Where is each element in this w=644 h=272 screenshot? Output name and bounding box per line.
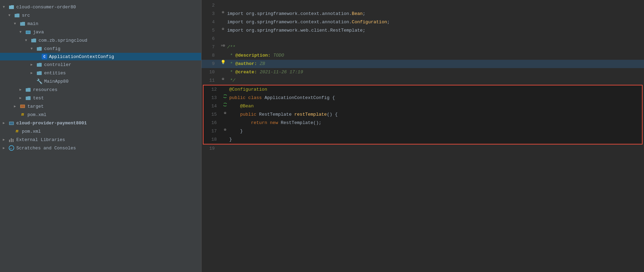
- line-content: import org.springframework.context.annot…: [227, 18, 644, 26]
- line-number: 11: [201, 76, 219, 85]
- tree-label: pom.xml: [22, 129, 41, 134]
- gutter-icon: ≡⊕: [219, 43, 227, 48]
- external-icon: [8, 137, 15, 143]
- folder-icon: [25, 86, 31, 93]
- code-line: 11⊕ */: [201, 76, 644, 85]
- sidebar-item-cloud-provider-payment8001[interactable]: ▶cloud-provider-payment8001: [0, 119, 201, 127]
- line-number: 17: [204, 127, 221, 135]
- tree-label: Scratches and Consoles: [16, 146, 76, 151]
- code-line: 4import org.springframework.context.anno…: [201, 18, 644, 26]
- folder-icon: [25, 95, 31, 101]
- sidebar-item-pom2[interactable]: mpom.xml: [0, 127, 201, 135]
- code-line: 19: [201, 145, 644, 153]
- tree-arrow: ▼: [8, 14, 14, 17]
- sidebar-item-main[interactable]: ▼main: [0, 19, 201, 28]
- line-number: 5: [201, 26, 219, 35]
- folder-icon: [36, 46, 42, 52]
- line-content: @Configuration: [229, 85, 642, 94]
- sidebar-item-pom1[interactable]: mpom.xml: [0, 110, 201, 119]
- line-content: public RestTemplate restTemplate() {: [229, 110, 642, 119]
- code-line: 7≡⊕/**: [201, 43, 644, 51]
- line-number: 10: [201, 68, 219, 76]
- sidebar-item-controller[interactable]: ▶controller: [0, 60, 201, 69]
- sidebar-item-external-libraries[interactable]: ▶External Libraries: [0, 135, 201, 144]
- code-line: 5⊕import org.springframework.web.client.…: [201, 26, 644, 35]
- tree-arrow: ▶: [3, 121, 8, 125]
- gutter-icon: [221, 94, 229, 99]
- sidebar-item-MainApp80[interactable]: 🔧MainApp80: [0, 77, 201, 85]
- class-icon: C: [42, 54, 47, 59]
- line-content: * @description: TODO: [227, 51, 644, 60]
- line-content: import org.springframework.context.annot…: [227, 10, 644, 18]
- line-number: 15: [204, 110, 221, 119]
- code-line: 14 @Bean: [204, 102, 642, 110]
- tree-label: cloud-provider-payment8001: [16, 121, 87, 126]
- mainapp-icon: 🔧: [36, 78, 42, 84]
- folder-icon: [31, 37, 37, 43]
- sidebar-item-com.zb.springcloud[interactable]: ▼com.zb.springcloud: [0, 36, 201, 44]
- svg-rect-6: [9, 140, 10, 142]
- code-line: 6: [201, 35, 644, 43]
- tree-arrow: ▶: [19, 96, 25, 100]
- gutter-icon: [221, 102, 229, 107]
- code-line: 9💡 * @author: ZB: [201, 60, 644, 68]
- scratch-icon: ✏: [8, 145, 15, 151]
- tree-label: External Libraries: [16, 137, 65, 142]
- sidebar-item-java[interactable]: ▼java: [0, 28, 201, 36]
- folder-icon: [36, 61, 42, 68]
- line-content: public class ApplicationContextConfig {: [229, 94, 642, 102]
- tree-label: cloud-consumer-order80: [16, 5, 76, 10]
- code-line: 3⊕import org.springframework.context.ann…: [201, 10, 644, 18]
- sidebar-item-src[interactable]: ▼src: [0, 11, 201, 19]
- svg-text:✏: ✏: [10, 147, 12, 150]
- svg-rect-1: [26, 31, 30, 33]
- sidebar-item-target[interactable]: ▶target: [0, 102, 201, 110]
- pom-icon: m: [19, 112, 26, 118]
- sidebar-item-cloud-consumer-order80[interactable]: ▼cloud-consumer-order80: [0, 3, 201, 11]
- code-line: 8 * @description: TODO: [201, 51, 644, 60]
- sidebar-item-ApplicationContextConfig[interactable]: CApplicationContextConfig: [0, 53, 201, 60]
- line-content: }: [229, 127, 642, 135]
- line-number: 4: [201, 18, 219, 26]
- tree-arrow: ▶: [31, 71, 36, 75]
- gutter-icon: 💡: [219, 60, 227, 65]
- sidebar-item-entities[interactable]: ▶entities: [0, 69, 201, 77]
- sidebar-item-config[interactable]: ▼config: [0, 44, 201, 53]
- tree-label: MainApp80: [44, 79, 68, 84]
- svg-rect-7: [11, 138, 12, 142]
- line-content: @Bean: [229, 102, 642, 110]
- gutter-icon: ⊕: [221, 110, 229, 116]
- tree-label: pom.xml: [27, 112, 47, 117]
- line-content: import org.springframework.web.client.Re…: [227, 26, 644, 35]
- tree-label: target: [27, 104, 44, 109]
- line-number: 3: [201, 10, 219, 18]
- folder-java-icon: [25, 29, 31, 35]
- tree-arrow: ▶: [3, 146, 8, 150]
- tree-arrow: ▶: [19, 88, 25, 92]
- sidebar-item-scratches-and-consoles[interactable]: ▶✏Scratches and Consoles: [0, 144, 201, 152]
- tree-label: test: [33, 96, 44, 101]
- folder-icon: [19, 20, 26, 27]
- line-number: 14: [204, 102, 221, 110]
- line-number: 18: [204, 135, 221, 144]
- code-area: 23⊕import org.springframework.context.an…: [201, 0, 644, 154]
- folder-icon: [14, 12, 20, 18]
- line-number: 7: [201, 43, 219, 51]
- folder-icon: [36, 70, 42, 76]
- code-line: 13public class ApplicationContextConfig …: [204, 94, 642, 102]
- line-number: 16: [204, 119, 221, 127]
- folder-icon: [8, 120, 15, 126]
- line-number: 13: [204, 94, 221, 102]
- tree-label: main: [27, 21, 38, 26]
- sidebar-item-resources[interactable]: ▶resources: [0, 85, 201, 94]
- tree-arrow: ▶: [3, 138, 8, 142]
- gutter-icon: ⊕: [221, 127, 229, 132]
- tree-arrow: ▶: [31, 63, 36, 67]
- tree-label: ApplicationContextConfig: [49, 54, 114, 59]
- sidebar-item-test[interactable]: ▶test: [0, 94, 201, 102]
- tree-arrow: ▼: [31, 47, 36, 51]
- code-editor: 23⊕import org.springframework.context.an…: [201, 0, 644, 272]
- tree-label: resources: [33, 87, 57, 92]
- tree-arrow: ▼: [19, 30, 25, 34]
- file-tree[interactable]: ▼cloud-consumer-order80▼src▼main▼java▼co…: [0, 0, 201, 272]
